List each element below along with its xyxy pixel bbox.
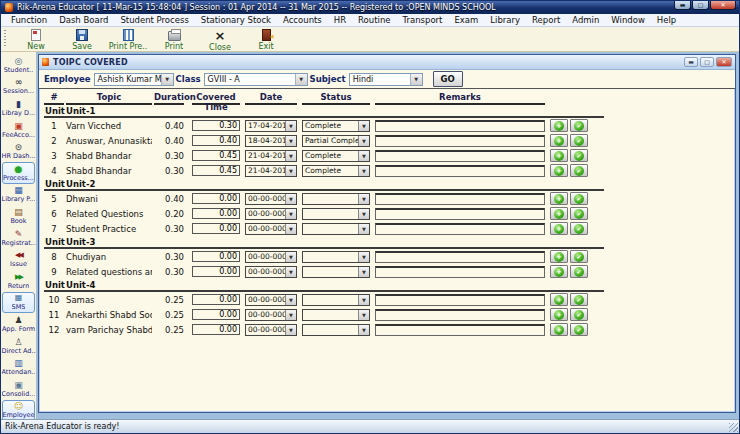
- chevron-down-icon[interactable]: [358, 252, 369, 262]
- covered-time-input[interactable]: [192, 309, 240, 320]
- chevron-down-icon[interactable]: [295, 74, 307, 85]
- menu-item-report[interactable]: Report: [526, 15, 566, 25]
- chevron-down-icon[interactable]: [358, 121, 369, 131]
- covered-time-input[interactable]: [192, 223, 240, 234]
- menu-item-admin[interactable]: Admin: [566, 15, 605, 25]
- confirm-row-button[interactable]: [570, 293, 588, 306]
- date-dropdown[interactable]: 17-04-2014: [245, 120, 297, 132]
- menu-item-function[interactable]: Function: [5, 15, 53, 25]
- chevron-down-icon[interactable]: [358, 166, 369, 176]
- date-dropdown[interactable]: 00-00-0000: [245, 266, 297, 278]
- chevron-down-icon[interactable]: [285, 224, 296, 234]
- chevron-down-icon[interactable]: [358, 310, 369, 320]
- remarks-input[interactable]: [375, 120, 545, 132]
- chevron-down-icon[interactable]: [358, 209, 369, 219]
- remarks-input[interactable]: [375, 150, 545, 162]
- menu-item-accounts[interactable]: Accounts: [277, 15, 328, 25]
- chevron-down-icon[interactable]: [285, 252, 296, 262]
- status-dropdown[interactable]: [302, 223, 370, 235]
- covered-time-input[interactable]: [192, 266, 240, 277]
- menu-item-library[interactable]: Library: [484, 15, 526, 25]
- menu-item-student-process[interactable]: Student Process: [114, 15, 194, 25]
- toolbar-save-button[interactable]: Save: [59, 27, 105, 51]
- chevron-down-icon[interactable]: [285, 267, 296, 277]
- add-remark-button[interactable]: [550, 250, 568, 263]
- status-dropdown[interactable]: [302, 294, 370, 306]
- status-dropdown[interactable]: [302, 251, 370, 263]
- toolbar-print-button[interactable]: Print: [151, 27, 197, 51]
- sidebar-item-app-form[interactable]: App. Form: [2, 313, 35, 335]
- sidebar-item-libray-d[interactable]: Libray D...: [2, 97, 35, 119]
- date-dropdown[interactable]: 21-04-2014: [245, 165, 297, 177]
- chevron-down-icon[interactable]: [285, 121, 296, 131]
- add-remark-button[interactable]: [550, 293, 568, 306]
- date-dropdown[interactable]: 00-00-0000: [245, 193, 297, 205]
- chevron-down-icon[interactable]: [285, 166, 296, 176]
- date-dropdown[interactable]: 00-00-0000: [245, 324, 297, 336]
- sidebar-item-registrat[interactable]: Registrat...: [2, 227, 35, 249]
- toolbar-new-button[interactable]: New: [13, 27, 59, 51]
- sidebar-item-hr-dash[interactable]: HR Dash...: [2, 140, 35, 162]
- close-button[interactable]: ✕: [710, 1, 736, 10]
- date-dropdown[interactable]: 21-04-2014: [245, 150, 297, 162]
- remarks-input[interactable]: [375, 324, 545, 336]
- remarks-input[interactable]: [375, 165, 545, 177]
- confirm-row-button[interactable]: [570, 192, 588, 205]
- covered-time-input[interactable]: [192, 251, 240, 262]
- status-dropdown[interactable]: [302, 193, 370, 205]
- confirm-row-button[interactable]: [570, 323, 588, 336]
- panel-maximize-button[interactable]: ▢: [700, 57, 714, 67]
- covered-time-input[interactable]: [192, 165, 240, 176]
- toolbar-drag-handle[interactable]: [4, 30, 6, 48]
- toolbar-close-button[interactable]: Close: [197, 27, 243, 52]
- chevron-down-icon[interactable]: [161, 74, 173, 85]
- date-dropdown[interactable]: 00-00-0000: [245, 309, 297, 321]
- confirm-row-button[interactable]: [570, 164, 588, 177]
- panel-minimize-button[interactable]: ▬: [684, 57, 698, 67]
- menu-item-exam[interactable]: Exam: [448, 15, 484, 25]
- status-dropdown[interactable]: Partial Complete: [302, 135, 370, 147]
- class-dropdown[interactable]: GVIII - A: [204, 73, 308, 86]
- chevron-down-icon[interactable]: [285, 151, 296, 161]
- status-dropdown[interactable]: [302, 324, 370, 336]
- subject-dropdown[interactable]: Hindi: [349, 73, 423, 86]
- add-remark-button[interactable]: [550, 119, 568, 132]
- chevron-down-icon[interactable]: [285, 209, 296, 219]
- add-remark-button[interactable]: [550, 308, 568, 321]
- toolbar-exit-button[interactable]: Exit: [243, 27, 289, 51]
- menu-item-dash-board[interactable]: Dash Board: [53, 15, 114, 25]
- chevron-down-icon[interactable]: [285, 325, 296, 335]
- menu-item-help[interactable]: Help: [651, 15, 682, 25]
- date-dropdown[interactable]: 00-00-0000: [245, 251, 297, 263]
- chevron-down-icon[interactable]: [285, 136, 296, 146]
- status-dropdown[interactable]: Complete: [302, 165, 370, 177]
- remarks-input[interactable]: [375, 135, 545, 147]
- remarks-input[interactable]: [375, 266, 545, 278]
- chevron-down-icon[interactable]: [285, 310, 296, 320]
- status-dropdown[interactable]: Complete: [302, 120, 370, 132]
- remarks-input[interactable]: [375, 294, 545, 306]
- status-dropdown[interactable]: Complete: [302, 150, 370, 162]
- date-dropdown[interactable]: 18-04-2014: [245, 135, 297, 147]
- sidebar-item-attendan[interactable]: Attendan...: [2, 356, 35, 378]
- employee-dropdown[interactable]: Ashish Kumar Mishra: [94, 73, 174, 86]
- maximize-button[interactable]: ▢: [692, 1, 709, 10]
- confirm-row-button[interactable]: [570, 149, 588, 162]
- covered-time-input[interactable]: [192, 150, 240, 161]
- confirm-row-button[interactable]: [570, 222, 588, 235]
- panel-close-button[interactable]: ✕: [716, 57, 732, 67]
- add-remark-button[interactable]: [550, 222, 568, 235]
- menu-item-transport[interactable]: Transport: [397, 15, 449, 25]
- sidebar-item-student[interactable]: Student..: [2, 54, 35, 76]
- chevron-down-icon[interactable]: [358, 136, 369, 146]
- add-remark-button[interactable]: [550, 323, 568, 336]
- chevron-down-icon[interactable]: [358, 194, 369, 204]
- add-remark-button[interactable]: [550, 149, 568, 162]
- date-dropdown[interactable]: 00-00-0000: [245, 223, 297, 235]
- sidebar-item-session[interactable]: Session...: [2, 76, 35, 98]
- chevron-down-icon[interactable]: [358, 151, 369, 161]
- chevron-down-icon[interactable]: [410, 74, 422, 85]
- confirm-row-button[interactable]: [570, 250, 588, 263]
- add-remark-button[interactable]: [550, 265, 568, 278]
- remarks-input[interactable]: [375, 193, 545, 205]
